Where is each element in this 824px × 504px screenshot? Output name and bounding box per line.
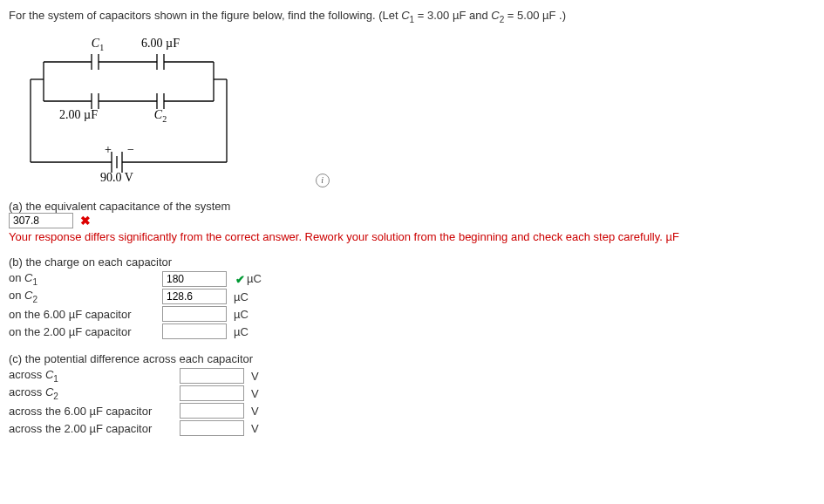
part-c-prompt: (c) the potential difference across each… [9, 352, 815, 365]
label-6uf: 6.00 µF [141, 37, 180, 50]
eq2: = [507, 9, 517, 22]
wrong-icon: ✖ [80, 214, 91, 228]
c2-value: 5.00 µF [517, 9, 555, 22]
part-c: (c) the potential difference across each… [9, 352, 815, 437]
part-b-table: on C1 ✔µC on C2 µC on the 6.00 µF capaci… [9, 270, 267, 340]
eq1: = [418, 9, 427, 22]
label-2uf: 2.00 µF [59, 108, 98, 121]
check-icon: ✔ [235, 273, 245, 286]
c1-value: 3.00 µF [427, 9, 466, 22]
part-a-input[interactable] [9, 213, 73, 228]
input-c-2uf[interactable] [180, 420, 244, 436]
part-a-prompt: (a) the equivalent capacitance of the sy… [9, 200, 815, 213]
info-icon[interactable]: i [316, 174, 330, 187]
label-voltage: 90.0 V [100, 171, 133, 184]
table-row: on C2 µC [9, 288, 267, 305]
end-text: .) [559, 9, 566, 22]
part-b: (b) the charge on each capacitor on C1 ✔… [9, 255, 815, 340]
table-row: across C1 V [9, 367, 264, 385]
table-row: across the 6.00 µF capacitor V [9, 402, 264, 419]
label-plus: + [105, 143, 112, 156]
c1-sub: 1 [410, 15, 415, 24]
c2-sub: 2 [500, 15, 505, 24]
intro-text: For the system of capacitors shown in th… [9, 9, 401, 22]
label-c1-sub: 1 [99, 43, 104, 52]
circuit-svg: C1 6.00 µF 2.00 µF C2 + − 90.0 V [17, 31, 253, 184]
input-c-6uf[interactable] [180, 403, 244, 419]
input-b-6uf[interactable] [162, 306, 227, 322]
part-b-prompt: (b) the charge on each capacitor [9, 255, 815, 269]
input-b-c1[interactable] [162, 271, 227, 287]
label-c2-sub: 2 [162, 114, 167, 124]
table-row: on C1 ✔µC [9, 270, 267, 288]
svg-text:C1: C1 [92, 37, 104, 52]
input-b-c2[interactable] [162, 289, 227, 304]
part-c-table: across C1 V across C2 V across the 6.00 … [9, 367, 264, 437]
input-c-c1[interactable] [180, 368, 244, 384]
input-b-2uf[interactable] [162, 324, 227, 339]
label-minus: − [127, 143, 134, 156]
table-row: on the 6.00 µF capacitor µC [9, 305, 267, 323]
table-row: across the 2.00 µF capacitor V [9, 419, 264, 437]
and-text: and [469, 9, 491, 22]
table-row: on the 2.00 µF capacitor µC [9, 323, 267, 340]
input-c-c2[interactable] [180, 385, 244, 401]
table-row: across C2 V [9, 385, 264, 402]
c1-var: C [401, 9, 409, 22]
part-a: (a) the equivalent capacitance of the sy… [9, 200, 815, 243]
circuit-diagram: C1 6.00 µF 2.00 µF C2 + − 90.0 V i [17, 31, 815, 188]
question-intro: For the system of capacitors shown in th… [9, 9, 815, 24]
c2-var: C [491, 9, 499, 22]
part-a-feedback: Your response differs significantly from… [9, 230, 815, 243]
svg-text:C2: C2 [154, 108, 167, 124]
